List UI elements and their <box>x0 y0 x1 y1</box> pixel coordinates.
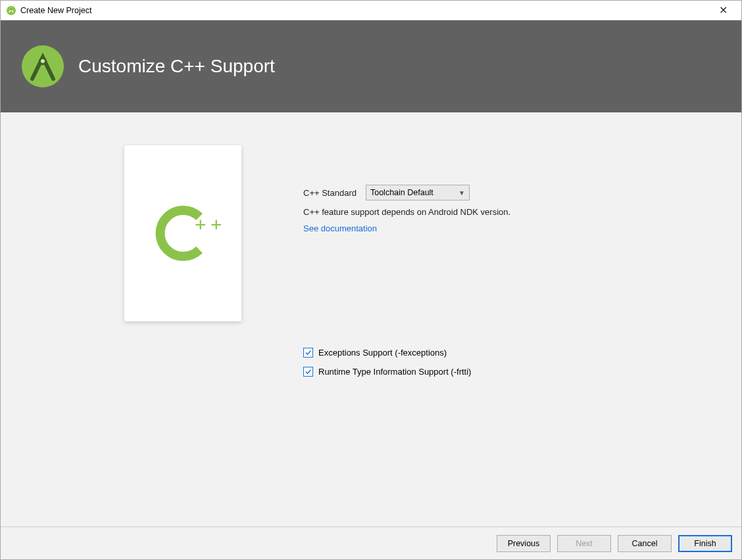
banner: Customize C++ Support <box>1 20 741 112</box>
exceptions-label: Exceptions Support (-fexceptions) <box>318 348 447 358</box>
cpp-standard-label: C++ Standard <box>303 188 357 198</box>
svg-point-0 <box>7 6 16 15</box>
rtti-label: Runtime Type Information Support (-frtti… <box>318 367 471 377</box>
finish-button[interactable]: Finish <box>678 535 732 552</box>
cpp-standard-hint: C++ feature support depends on Android N… <box>303 207 510 217</box>
cpp-logo-icon: + + <box>150 200 216 266</box>
svg-point-1 <box>11 8 12 9</box>
previous-button[interactable]: Previous <box>497 535 551 552</box>
checkbox-group: Exceptions Support (-fexceptions) Runtim… <box>303 348 471 386</box>
android-studio-big-icon <box>19 43 66 90</box>
cpp-standard-select[interactable]: Toolchain Default ▼ <box>366 185 470 200</box>
next-button: Next <box>557 535 611 552</box>
chevron-down-icon: ▼ <box>458 189 465 197</box>
svg-point-2 <box>22 45 64 87</box>
exceptions-checkbox[interactable] <box>303 348 313 358</box>
see-documentation-link[interactable]: See documentation <box>303 223 510 233</box>
button-bar: Previous Next Cancel Finish <box>1 526 741 559</box>
cpp-standard-value: Toolchain Default <box>370 188 433 197</box>
rtti-checkbox[interactable] <box>303 367 313 377</box>
android-studio-icon <box>6 5 16 16</box>
title-bar: Create New Project ✕ <box>1 1 741 20</box>
svg-point-4 <box>41 59 45 63</box>
content-area: + + C++ Standard Toolchain Default ▼ C++… <box>1 112 741 526</box>
page-heading: Customize C++ Support <box>78 56 275 77</box>
form-column: C++ Standard Toolchain Default ▼ C++ fea… <box>303 145 510 321</box>
dialog-window: Create New Project ✕ Customize C++ Suppo… <box>0 0 742 560</box>
close-button[interactable]: ✕ <box>710 4 736 16</box>
window-title: Create New Project <box>20 6 710 15</box>
cancel-button[interactable]: Cancel <box>618 535 672 552</box>
cpp-card: + + <box>124 145 241 321</box>
